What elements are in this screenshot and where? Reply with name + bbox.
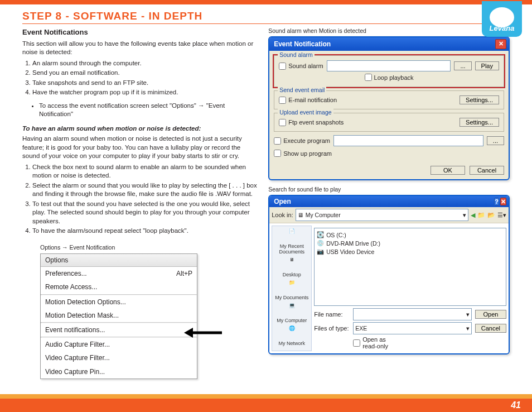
execute-browse-button[interactable]: ... [487, 136, 504, 145]
ftp-settings-button[interactable]: Settings... [460, 118, 499, 127]
sound-alarm-checkbox[interactable]: Sound alarm [279, 63, 323, 70]
group-label: Sound alarm [278, 51, 315, 58]
svg-text:Levana: Levana [490, 24, 515, 32]
help-icon[interactable]: ? [494, 198, 499, 205]
list-item: Take snapshots and send to an FTP site. [32, 79, 258, 88]
brand-logo: Levana [482, 1, 522, 37]
page-footer: 41 [0, 394, 532, 412]
options-menu: Options Preferences...Alt+P Remote Acces… [40, 253, 197, 379]
menu-item[interactable]: Video Capture Filter... [41, 351, 197, 365]
ftp-checkbox[interactable]: Ftp event snapshots [279, 119, 344, 126]
open-dialog: Open ?✕ Look in: 🖥 My Computer▾ ◀ 📁 📂 ☰▾… [268, 195, 510, 354]
readonly-checkbox[interactable]: Open as read-only [353, 336, 389, 349]
options-menu-title: Options [41, 254, 197, 267]
list-item: An alarm sound through the computer. [32, 59, 258, 68]
back-icon[interactable]: ◀ [471, 212, 475, 219]
filetype-label: Files of type: [314, 325, 350, 332]
place-desktop[interactable]: 🖥Desktop [283, 257, 301, 277]
dialog-title: Event Notification [274, 40, 331, 48]
views-icon[interactable]: ☰▾ [497, 212, 506, 219]
section-heading: Event Notifications [22, 27, 258, 37]
close-icon[interactable]: ✕ [500, 198, 506, 205]
group-label: Upload event image [278, 109, 333, 116]
list-item: To test out that the sound you have sele… [32, 200, 258, 226]
place-recent[interactable]: 📄My Recent Documents [272, 228, 311, 255]
intro-list: An alarm sound through the computer. Sen… [32, 59, 258, 97]
file-item[interactable]: 📷USB Video Device [317, 247, 504, 256]
dialog2-caption: Search for sound file to play [268, 186, 510, 193]
close-icon[interactable]: ✕ [495, 39, 506, 49]
list-item: Check the box next to sound alarm to ena… [32, 163, 258, 180]
alarm-para: Having an alarm sound when motion or noi… [22, 135, 258, 161]
lookin-label: Look in: [272, 212, 293, 218]
svg-point-1 [494, 11, 503, 20]
open-button[interactable]: Open [475, 310, 506, 319]
filename-label: File name: [314, 311, 350, 318]
cancel-button[interactable]: Cancel [470, 166, 504, 175]
chevron-down-icon: ▾ [466, 311, 470, 318]
cancel-button[interactable]: Cancel [475, 324, 506, 333]
places-bar: 📄My Recent Documents 🖥Desktop 📁My Docume… [272, 226, 312, 351]
menu-item[interactable]: Preferences...Alt+P [41, 267, 197, 280]
alarm-list: Check the box next to sound alarm to ena… [32, 163, 258, 236]
dialog1-caption: Sound alarm when Motion is detected [268, 27, 510, 34]
sound-path-input[interactable] [327, 60, 451, 71]
showup-checkbox[interactable]: Show up program [274, 150, 332, 157]
svg-marker-5 [184, 328, 193, 338]
file-list[interactable]: 💽OS (C:) 💿DVD-RAM Drive (D:) 📷USB Video … [314, 228, 506, 306]
lookin-select[interactable]: 🖥 My Computer▾ [296, 209, 468, 221]
play-button[interactable]: Play [475, 61, 499, 70]
chevron-down-icon: ▾ [466, 325, 470, 332]
loop-checkbox[interactable]: Loop playback [365, 74, 414, 81]
file-item[interactable]: 💿DVD-RAM Drive (D:) [317, 239, 504, 247]
group-label: Send event email [278, 87, 326, 93]
dialog-title: Open [274, 198, 291, 205]
svg-point-2 [502, 11, 509, 17]
browse-button[interactable]: ... [454, 61, 471, 70]
ok-button[interactable]: OK [431, 166, 465, 175]
email-checkbox[interactable]: E-mail notification [279, 97, 337, 104]
page-title: STEP 8 - SOFTWARE - IN DEPTH [22, 10, 202, 22]
menu-item[interactable]: Video Capture Pin... [41, 365, 197, 379]
list-item: Send you an email notification. [32, 69, 258, 78]
filetype-select[interactable]: EXE▾ [353, 322, 472, 334]
chevron-down-icon: ▾ [463, 212, 466, 218]
list-item: To have the alarm/sound repeat select "l… [32, 227, 258, 236]
place-mydocs[interactable]: 📁My Documents [275, 280, 308, 300]
intro-bullet: To access the event notification screen … [39, 102, 258, 119]
filename-input[interactable]: ▾ [353, 308, 472, 320]
list-item: Have the watcher program pop up if it is… [32, 88, 258, 97]
menu-item[interactable]: Remote Access... [41, 280, 197, 294]
newfolder-icon[interactable]: 📂 [487, 212, 495, 219]
menu-item[interactable]: Motion Detection Options... [41, 295, 197, 309]
place-mynetwork[interactable]: 🌐My Network [278, 325, 305, 346]
email-settings-button[interactable]: Settings... [460, 95, 499, 104]
options-caption: Options → Event Notification [40, 243, 258, 251]
execute-checkbox[interactable]: Execute program [274, 137, 330, 145]
up-icon[interactable]: 📁 [477, 212, 485, 219]
execute-path-input[interactable] [333, 135, 483, 146]
event-notification-dialog: Event Notification ✕ Sound alarm Sound a… [268, 36, 510, 180]
page-number: 41 [511, 400, 521, 410]
place-mycomputer[interactable]: 💻My Computer [277, 303, 307, 323]
menu-item-event-notifications[interactable]: Event notifications... [41, 323, 197, 337]
list-item: Select the alarm or sound that you would… [32, 181, 258, 199]
menu-item[interactable]: Audio Capture Filter... [41, 338, 197, 351]
intro-text: This section will allow you to have the … [22, 40, 258, 57]
menu-item[interactable]: Motion Detection Mask... [41, 309, 197, 322]
arrow-annotation [184, 325, 223, 342]
alarm-heading: To have an alarm sound when motion or no… [22, 124, 258, 133]
file-item[interactable]: 💽OS (C:) [317, 231, 504, 239]
